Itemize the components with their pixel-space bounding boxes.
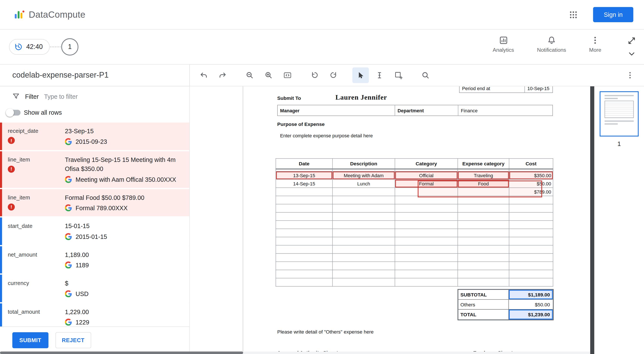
field-row-net-amount[interactable]: net_amount 1,189.00 1189	[0, 246, 190, 273]
top-header: DataCompute Sign in	[0, 0, 644, 30]
others-note: Please write detail of "Others" expense …	[277, 329, 374, 335]
thumbnail-panel: 1	[594, 86, 644, 354]
summary-table: SUBTOTAL $1,189.00 Others $50.00 TOTAL $…	[458, 289, 554, 320]
notifications-button[interactable]: Notifications	[537, 36, 566, 53]
add-box-icon	[394, 71, 402, 79]
field-value: 1,229.00	[65, 307, 184, 317]
col-header-expense-category: Expense category	[458, 158, 509, 169]
field-normalized-value: 1229	[76, 319, 89, 325]
row-status-accent	[0, 189, 2, 216]
analytics-label: Analytics	[493, 47, 514, 53]
total-label: TOTAL	[458, 310, 509, 319]
analytics-icon	[499, 36, 508, 45]
redo-button[interactable]	[214, 68, 231, 83]
google-g-icon	[65, 138, 72, 145]
field-value: 15-01-15	[65, 222, 184, 231]
main-area: codelab-expense-parser-P1 Filter Show al…	[0, 64, 644, 354]
page-thumbnail[interactable]	[600, 91, 638, 136]
document-canvas[interactable]: Period end at 10-Sep-15 Submit To Lauren…	[190, 86, 590, 354]
search-document-button[interactable]	[417, 68, 434, 83]
timer-value: 42:40	[26, 43, 42, 51]
submit-button[interactable]: SUBMIT	[12, 332, 48, 348]
expense-table-empty-row	[276, 221, 553, 229]
select-tool-button[interactable]	[352, 68, 369, 83]
zoom-out-button[interactable]	[242, 68, 258, 83]
step-number: 1	[68, 43, 72, 51]
field-row-total-amount[interactable]: total_amount 1,229.00 1229	[0, 303, 190, 326]
expand-fullscreen-icon[interactable]	[628, 37, 636, 45]
subtotal-row: SUBTOTAL $1,189.00	[458, 290, 553, 300]
zoom-in-icon	[264, 71, 273, 79]
more-vert-icon	[626, 71, 634, 79]
redo-icon	[218, 71, 227, 79]
timer-pill[interactable]: 42:40	[9, 39, 50, 55]
total-value-annotation[interactable]: $1,239.00	[509, 310, 553, 319]
add-bounding-box-button[interactable]	[390, 68, 406, 83]
bell-icon	[547, 36, 556, 45]
text-select-tool-button[interactable]	[371, 68, 388, 83]
field-key: currency	[8, 280, 65, 286]
cursor-icon	[356, 71, 364, 79]
field-value: $	[65, 279, 184, 288]
submit-to-label: Submit To	[277, 95, 301, 101]
field-row-currency[interactable]: currency $ USD	[0, 275, 190, 302]
expense-table-empty-row	[276, 229, 553, 237]
field-key: line_item	[8, 194, 65, 201]
thumbnail-table-preview	[604, 101, 634, 118]
zoom-in-button[interactable]	[260, 68, 277, 83]
col-header-date: Date	[276, 158, 332, 169]
field-row-line-item-2[interactable]: line_item ! Formal Food $50.00 $789.00 F…	[0, 189, 190, 216]
department-value: Finance	[458, 105, 553, 116]
chevron-down-icon[interactable]	[628, 50, 636, 58]
step-indicator[interactable]: 1	[61, 38, 78, 55]
field-value: Traveling 15-Sep-15 15 Meeting with 4m O…	[65, 155, 184, 174]
expense-table: Date Description Category Expense catego…	[276, 158, 553, 286]
expense-table-wrap: Date Description Category Expense catego…	[276, 158, 553, 286]
field-row-line-item-1[interactable]: line_item ! Traveling 15-Sep-15 15 Meeti…	[0, 151, 190, 188]
zoom-out-icon	[246, 71, 254, 79]
toolbar-overflow-button[interactable]	[623, 68, 638, 83]
undo-button[interactable]	[196, 68, 212, 83]
show-all-rows-toggle[interactable]	[6, 109, 21, 115]
manager-label: Manager	[277, 105, 395, 116]
field-row-receipt-date[interactable]: receipt_date ! 23-Sep-15 2015-09-23	[0, 122, 190, 150]
analytics-button[interactable]: Analytics	[493, 36, 514, 53]
horizontal-scrollbar[interactable]	[0, 352, 590, 354]
brand-logo[interactable]: DataCompute	[14, 9, 86, 20]
show-all-rows-row: Show all rows	[0, 104, 190, 122]
row-status-accent	[0, 303, 2, 326]
filter-input[interactable]	[44, 93, 177, 100]
error-annotation-box[interactable]	[418, 181, 542, 197]
brand-bars-icon	[14, 9, 25, 20]
apps-grid-icon[interactable]	[565, 7, 582, 23]
others-label: Others	[458, 300, 509, 309]
field-row-start-date[interactable]: start_date 15-01-15 2015-01-15	[0, 218, 190, 245]
subtotal-value-annotation[interactable]: $1,189.00	[509, 290, 553, 299]
total-row: TOTAL $1,239.00	[458, 310, 553, 319]
vertical-scrollbar[interactable]	[590, 86, 594, 354]
department-label: Department	[395, 105, 458, 116]
row-status-accent	[0, 275, 2, 302]
row-status-accent	[0, 218, 2, 245]
code-view-button[interactable]	[280, 68, 296, 83]
purpose-hint: Enter complete expense purpose detail he…	[280, 133, 373, 138]
google-g-icon	[65, 290, 72, 297]
expense-table-empty-row	[276, 204, 553, 212]
more-button[interactable]: More	[589, 36, 602, 53]
field-normalized-value: 2015-09-23	[76, 138, 107, 145]
sign-in-button[interactable]: Sign in	[593, 7, 634, 22]
expense-table-empty-row	[276, 212, 553, 221]
error-icon: !	[8, 165, 15, 172]
expense-table-empty-row	[276, 254, 553, 262]
field-normalized-value: Formal 789.00XXX	[76, 204, 128, 211]
filter-funnel-icon	[12, 92, 20, 100]
expense-table-empty-row	[276, 245, 553, 254]
row-status-accent	[0, 122, 2, 150]
rotate-left-button[interactable]	[306, 68, 323, 83]
reject-button[interactable]: REJECT	[55, 332, 91, 348]
google-g-icon	[65, 204, 72, 211]
rotate-right-button[interactable]	[325, 68, 342, 83]
subtotal-label: SUBTOTAL	[458, 290, 509, 299]
horizontal-scrollbar-thumb[interactable]	[0, 352, 243, 354]
field-value: 1,189.00	[65, 250, 184, 259]
